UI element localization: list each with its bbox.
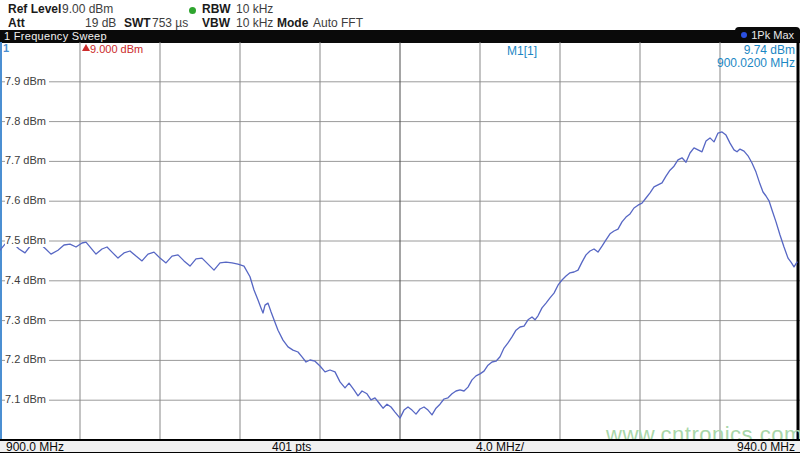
y-axis-tick-label: 7.3 dBm bbox=[5, 314, 49, 327]
y-axis-tick-label: 7.1 dBm bbox=[5, 393, 49, 406]
marker-name[interactable]: M1[1] bbox=[507, 44, 537, 58]
sweep-points[interactable]: 401 pts bbox=[272, 442, 311, 453]
y-axis-tick-label: 7.8 dBm bbox=[5, 115, 49, 128]
stop-frequency[interactable]: 940.0 MHz bbox=[737, 442, 795, 453]
span-per-div[interactable]: 4.0 MHz/ bbox=[476, 442, 524, 453]
ref-level-marker-text: 9.000 dBm bbox=[90, 43, 143, 55]
trace-line bbox=[0, 132, 797, 418]
y-axis-tick-label: 7.6 dBm bbox=[5, 194, 49, 207]
marker-frequency: 900.0200 MHz bbox=[717, 56, 795, 70]
y-axis-tick-label: 7.7 dBm bbox=[5, 154, 49, 167]
ref-level-arrow-icon bbox=[82, 44, 90, 51]
start-frequency[interactable]: 900.0 MHz bbox=[6, 442, 64, 453]
marker-level: 9.74 dBm bbox=[744, 43, 795, 57]
marker-clip-indicator: 1 bbox=[3, 42, 9, 54]
spectrum-analyzer-screen: Ref Level 9.00 dBm RBW 10 kHz Att 19 dB … bbox=[0, 0, 800, 453]
x-axis-bar: 900.0 MHz 401 pts 4.0 MHz/ 940.0 MHz bbox=[0, 439, 800, 453]
y-axis-tick-label: 7.2 dBm bbox=[5, 353, 49, 366]
y-axis-tick-label: 7.5 dBm bbox=[5, 234, 49, 247]
y-axis-tick-label: 7.9 dBm bbox=[5, 75, 49, 88]
y-axis-tick-label: 7.4 dBm bbox=[5, 274, 49, 287]
chart-canvas bbox=[0, 0, 800, 453]
